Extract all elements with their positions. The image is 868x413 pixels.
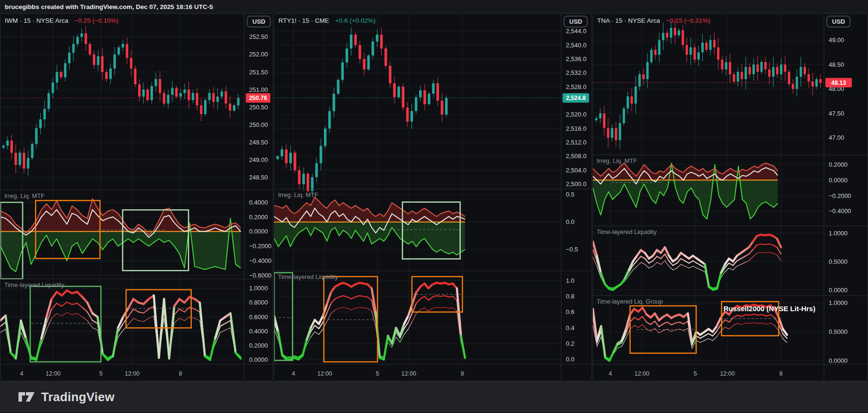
candle-body (68, 53, 71, 63)
candle-body (126, 44, 128, 58)
candle-body (320, 146, 322, 163)
price-tick-label: 0.2000 (829, 161, 848, 168)
candle-body (733, 74, 735, 81)
footer-bar: TradingView (0, 381, 868, 413)
candle-body (784, 64, 786, 72)
candle-body (819, 79, 822, 82)
liquidity-line-segment (684, 321, 688, 324)
price-tick-label: 2,504.0 (566, 167, 586, 174)
liquidity-line-segment (770, 314, 775, 317)
time-tick-label: 8 (779, 370, 783, 377)
liquidity-line-segment (753, 245, 757, 250)
liquidity-line-segment (609, 352, 614, 360)
candle-body (796, 77, 798, 89)
liquidity-line-segment (57, 303, 62, 306)
time-tick-label: 12:00 (402, 370, 416, 377)
liquidity-line-segment (355, 307, 359, 308)
symbol-title[interactable]: IWM · 15 · NYSE Arca (5, 17, 68, 24)
pane-title: Irreg. Liq. MTF (597, 157, 637, 164)
liquidity-line-segment (453, 296, 457, 300)
currency-button[interactable]: USD (247, 16, 271, 27)
liquidity-line-segment (174, 318, 179, 323)
price-tick-label: 0.0000 (829, 287, 848, 294)
liquidity-line-segment (355, 296, 359, 297)
chart-canvas-rty1[interactable]: 2,544.02,540.02,536.02,532.02,528.02,520… (274, 14, 591, 381)
liquidity-line-segment (667, 322, 671, 325)
price-tick-label: 0.6 (566, 308, 574, 315)
price-tick-label: −0.4000 (249, 257, 271, 264)
price-tick-label: 0.2000 (249, 342, 268, 349)
liquidity-line-segment (143, 309, 149, 313)
liquidity-line-segment (113, 328, 118, 357)
candle-body (23, 153, 25, 168)
liquidity-line-segment (453, 308, 457, 311)
liquidity-line-segment (331, 299, 335, 303)
candle-body (175, 88, 178, 97)
symbol-title[interactable]: RTY1! · 15 · CME (278, 17, 329, 24)
candle-body (689, 47, 692, 54)
liquidity-line-segment (416, 299, 421, 303)
liquidity-line-segment (441, 296, 445, 296)
price-tick-label: 252.50 (249, 33, 268, 40)
liquidity-line-segment (210, 339, 215, 360)
candle-body (204, 100, 206, 114)
liquidity-line-segment (138, 321, 143, 322)
candle-body (183, 90, 186, 93)
candle-body (171, 88, 173, 95)
liquidity-line-segment (164, 299, 169, 359)
chart-canvas-iwm[interactable]: 252.50252.00251.50251.00250.50250.00249.… (0, 14, 273, 381)
currency-button[interactable]: USD (826, 16, 850, 27)
price-tick-label: 0.5 (566, 191, 574, 198)
liquidity-line-segment (766, 323, 770, 324)
candle-body (81, 33, 83, 36)
liquidity-line-segment (77, 314, 82, 317)
pane-title: Time-layered Liquidity (597, 228, 657, 235)
liquidity-line-segment (315, 332, 319, 335)
liquidity-line-segment (750, 314, 754, 315)
liquidity-line-segment (303, 340, 307, 355)
candle-body (76, 37, 79, 44)
liquidity-line-segment (62, 313, 67, 316)
chart-canvas-tna[interactable]: 49.0048.5048.0047.5047.0048.130.20000.00… (593, 14, 868, 381)
time-tick-label: 8 (461, 370, 464, 377)
liquidity-line-segment (118, 317, 123, 328)
liquidity-line-segment (77, 292, 82, 297)
liquidity-line-segment (700, 336, 705, 338)
liquidity-line-segment (351, 297, 356, 299)
liquidity-line-segment (651, 321, 655, 324)
chart-panel-rty1: RTY1! · 15 · CME +0.6 (+0.02%) USD 2,544… (274, 13, 592, 381)
candle-body (423, 90, 426, 104)
liquidity-line-segment (92, 328, 98, 330)
liquidity-line-segment (339, 307, 343, 308)
candle-body (146, 90, 149, 100)
candle-body (380, 35, 383, 48)
candle-body (179, 93, 182, 96)
price-tick-label: 0.0 (566, 218, 574, 225)
liquidity-line-segment (729, 325, 734, 329)
liquidity-line-segment (52, 292, 57, 299)
liquidity-line-segment (16, 321, 21, 359)
price-tick-label: 1.0000 (829, 299, 848, 306)
candle-body (93, 54, 95, 65)
candle-body (192, 93, 194, 100)
candle-body (385, 48, 387, 66)
time-tick-label: 4 (20, 370, 23, 377)
liquidity-line-segment (777, 247, 781, 254)
irreg-red-fill (0, 198, 241, 231)
chart-header: RTY1! · 15 · CME +0.6 (+0.02%) (278, 17, 376, 24)
liquidity-line-segment (384, 336, 388, 359)
currency-button[interactable]: USD (564, 16, 588, 27)
liquidity-line-segment (742, 314, 746, 316)
liquidity-line-segment (663, 322, 667, 324)
symbol-title[interactable]: TNA · 15 · NYSE Arca (597, 17, 660, 24)
attribution-bar: brucegibbs created with TradingView.com,… (0, 0, 868, 13)
price-tick-label: 250.50 (249, 104, 268, 111)
irreg-green-fill (0, 232, 241, 272)
liquidity-line-segment (761, 252, 765, 253)
liquidity-line-segment (749, 257, 753, 260)
liquidity-line-segment (77, 303, 82, 307)
liquidity-line-segment (601, 326, 605, 358)
candle-body (729, 62, 731, 74)
candle-body (350, 35, 352, 48)
candle-body (658, 40, 661, 55)
